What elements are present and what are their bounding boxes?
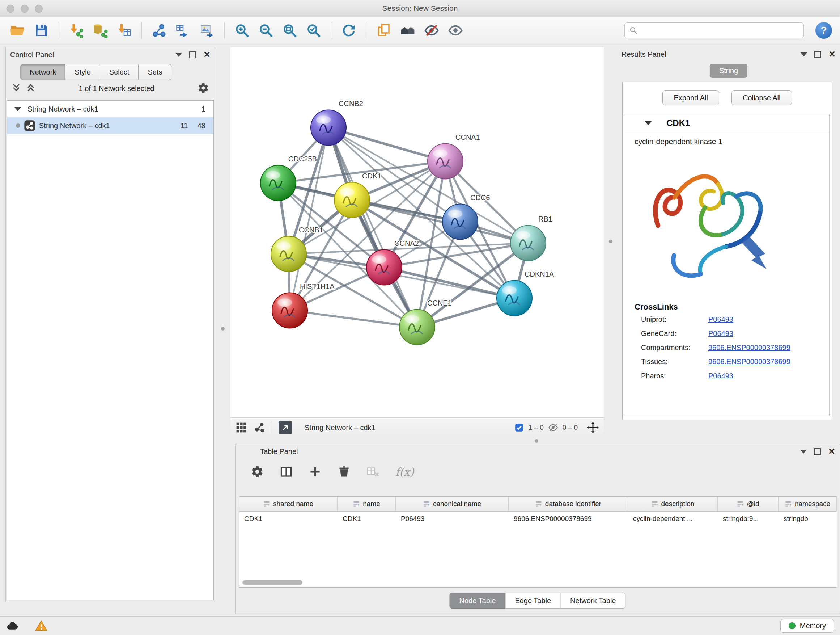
tab-node-table[interactable]: Node Table xyxy=(450,593,506,608)
import-table-button[interactable] xyxy=(115,20,134,41)
panel-menu-icon[interactable] xyxy=(800,450,807,454)
refresh-layout-button[interactable] xyxy=(339,20,358,41)
crosslink-value-link[interactable]: P06493 xyxy=(708,329,733,338)
tab-style[interactable]: Style xyxy=(65,64,100,80)
cloud-status-button[interactable] xyxy=(6,619,19,632)
network-node-CCNE1[interactable] xyxy=(399,310,435,345)
grid-view-button[interactable] xyxy=(235,422,247,433)
collection-expand-icon[interactable] xyxy=(14,107,21,111)
memory-button[interactable]: Memory xyxy=(780,619,834,633)
pan-crosshair-icon[interactable] xyxy=(587,422,599,433)
column-header-namespace[interactable]: namespace xyxy=(778,497,837,511)
tab-network-table[interactable]: Network Table xyxy=(561,593,625,608)
import-network-database-button[interactable] xyxy=(91,20,110,41)
float-panel-icon[interactable] xyxy=(814,51,821,58)
network-edge[interactable] xyxy=(290,310,417,327)
network-node-HIST1H1A[interactable] xyxy=(272,293,308,328)
expand-all-icon[interactable] xyxy=(26,83,35,94)
collapse-all-button[interactable]: Collapse All xyxy=(731,90,792,105)
expand-all-button[interactable]: Expand All xyxy=(662,90,719,105)
network-collection-row[interactable]: String Network – cdk1 1 xyxy=(7,101,213,117)
crosslink-value-link[interactable]: P06493 xyxy=(708,315,733,324)
network-canvas[interactable]: CCNB2CCNA1CDC25BCDK1CDC6RB1CCNB1CCNA2CDK… xyxy=(231,47,604,417)
open-session-button[interactable] xyxy=(8,20,27,41)
column-header-shared-name[interactable]: shared name xyxy=(239,497,338,511)
detach-view-button[interactable] xyxy=(279,421,292,434)
network-graph[interactable]: CCNB2CCNA1CDC25BCDK1CDC6RB1CCNB1CCNA2CDK… xyxy=(231,47,604,417)
hidden-eye-slash-icon[interactable] xyxy=(548,423,558,432)
network-node-CDC6[interactable] xyxy=(442,204,478,240)
network-node-CDKN1A[interactable] xyxy=(497,280,532,316)
delete-column-button[interactable] xyxy=(338,465,351,478)
float-panel-icon[interactable] xyxy=(814,448,821,455)
apply-function-button[interactable]: f(x) xyxy=(395,466,414,478)
column-header-name[interactable]: name xyxy=(338,497,396,511)
tab-sets[interactable]: Sets xyxy=(139,64,172,80)
float-panel-icon[interactable] xyxy=(189,51,196,58)
export-image-button[interactable] xyxy=(197,20,216,41)
close-panel-icon[interactable]: ✕ xyxy=(203,50,210,59)
search-input[interactable] xyxy=(641,26,799,35)
tab-edge-table[interactable]: Edge Table xyxy=(505,593,561,608)
gene-section-header[interactable]: CDK1 xyxy=(625,114,829,132)
table-cell[interactable]: P06493 xyxy=(396,511,508,526)
new-network-button[interactable] xyxy=(150,20,169,41)
network-view-button[interactable] xyxy=(254,422,265,433)
string-results-tab[interactable]: String xyxy=(710,64,747,78)
crosslink-value-link[interactable]: 9606.ENSP00000378699 xyxy=(708,358,790,366)
network-node-CCNB2[interactable] xyxy=(311,110,346,146)
help-button[interactable]: ? xyxy=(815,22,832,39)
table-options-button[interactable] xyxy=(251,465,264,478)
table-cell[interactable]: CDK1 xyxy=(338,511,396,526)
table-cell[interactable]: 9606.ENSP00000378699 xyxy=(508,511,628,526)
column-header-description[interactable]: description xyxy=(628,497,718,511)
collapse-all-icon[interactable] xyxy=(11,83,21,94)
zoom-in-button[interactable] xyxy=(233,20,251,41)
table-cell[interactable]: stringdb xyxy=(778,511,837,526)
save-session-button[interactable] xyxy=(32,20,51,41)
bottom-splitter-handle[interactable] xyxy=(535,439,538,443)
crosslink-value-link[interactable]: P06493 xyxy=(708,372,733,380)
network-node-RB1[interactable] xyxy=(510,226,546,261)
column-header-database-identifier[interactable]: database identifier xyxy=(508,497,628,511)
close-panel-icon[interactable]: ✕ xyxy=(828,447,835,456)
zoom-fit-button[interactable] xyxy=(280,20,299,41)
delete-table-button[interactable] xyxy=(366,465,379,478)
tab-network[interactable]: Network xyxy=(20,64,65,80)
network-node-CDC25B[interactable] xyxy=(261,165,296,201)
show-columns-button[interactable] xyxy=(279,465,293,478)
network-row[interactable]: String Network – cdk1 11 48 xyxy=(7,117,213,134)
import-network-file-button[interactable] xyxy=(67,20,86,41)
crosslink-value-link[interactable]: 9606.ENSP00000378699 xyxy=(708,344,790,352)
zoom-out-button[interactable] xyxy=(256,20,275,41)
table-row[interactable]: CDK1CDK1P064939606.ENSP00000378699cyclin… xyxy=(239,511,837,526)
table-cell[interactable]: CDK1 xyxy=(239,511,338,526)
horizontal-scrollbar[interactable] xyxy=(242,580,302,585)
network-node-CCNB1[interactable] xyxy=(271,236,306,272)
network-from-table-button[interactable] xyxy=(174,20,193,41)
left-splitter-handle[interactable] xyxy=(221,327,225,331)
network-node-CDK1[interactable] xyxy=(334,182,370,218)
gene-collapse-icon[interactable] xyxy=(645,121,652,125)
tab-select[interactable]: Select xyxy=(100,64,139,80)
show-all-button[interactable] xyxy=(446,20,465,41)
first-neighbors-button[interactable] xyxy=(398,20,417,41)
warnings-button[interactable] xyxy=(35,619,48,632)
search-box[interactable] xyxy=(624,22,804,38)
selected-checkbox-icon[interactable] xyxy=(515,423,524,432)
network-edge[interactable] xyxy=(328,128,417,327)
column-header-canonical-name[interactable]: canonical name xyxy=(396,497,508,511)
network-node-CCNA1[interactable] xyxy=(428,144,463,179)
add-column-button[interactable] xyxy=(309,465,322,478)
right-splitter-handle[interactable] xyxy=(609,240,613,243)
table-cell[interactable]: cyclin-dependent ... xyxy=(628,511,718,526)
network-node-CCNA2[interactable] xyxy=(366,250,402,285)
duplicate-network-button[interactable] xyxy=(374,20,393,41)
close-panel-icon[interactable]: ✕ xyxy=(829,50,836,59)
column-header--id[interactable]: @id xyxy=(718,497,778,511)
panel-menu-icon[interactable] xyxy=(801,52,807,57)
table-cell[interactable]: stringdb:9... xyxy=(718,511,778,526)
zoom-selected-button[interactable] xyxy=(304,20,323,41)
hide-selected-button[interactable] xyxy=(422,20,441,41)
network-options-button[interactable] xyxy=(197,82,209,95)
